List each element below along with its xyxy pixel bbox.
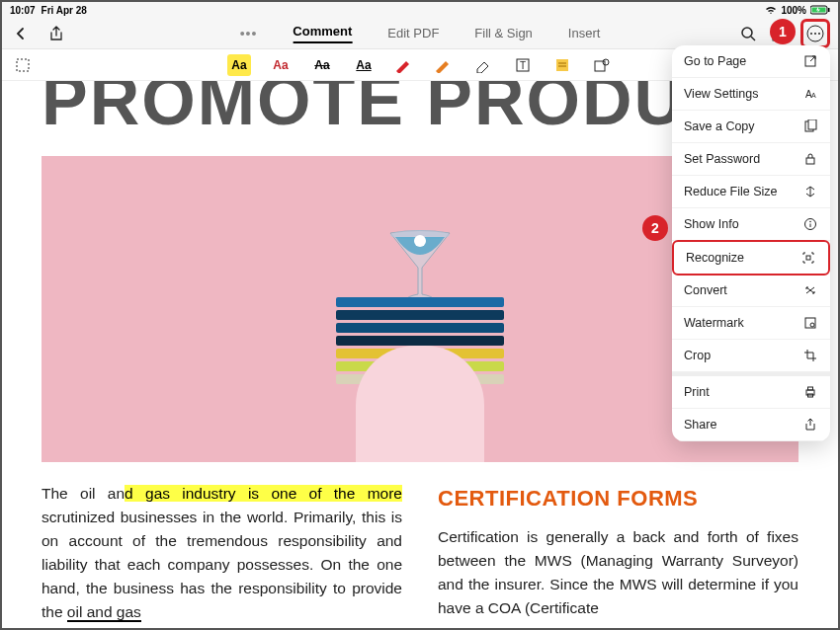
menu-item-label: Crop	[684, 349, 711, 362]
underline-tool[interactable]: Aa	[352, 54, 376, 76]
menu-item-share[interactable]: Share	[672, 409, 830, 441]
menu-item-crop[interactable]: Crop	[672, 340, 830, 372]
search-icon[interactable]	[737, 23, 759, 44]
menu-item-label: Convert	[684, 283, 727, 297]
selection-tool[interactable]	[12, 54, 34, 76]
callout-badge-2: 2	[642, 215, 668, 241]
svg-point-7	[810, 33, 812, 35]
svg-point-9	[818, 33, 820, 35]
pen-red-tool[interactable]	[393, 54, 415, 76]
battery-pct: 100%	[781, 5, 806, 16]
lock-icon	[802, 151, 818, 167]
menu-item-view-settings[interactable]: View SettingsAA	[672, 78, 830, 111]
menu-item-convert[interactable]: Convert	[672, 275, 830, 307]
menu-item-set-password[interactable]: Set Password	[672, 143, 830, 176]
svg-rect-22	[808, 119, 816, 129]
menu-item-label: Watermark	[684, 316, 744, 330]
menu-item-label: View Settings	[684, 87, 759, 101]
svg-text:T: T	[520, 60, 526, 71]
menu-item-watermark[interactable]: Watermark	[672, 307, 830, 340]
svg-point-28	[810, 323, 814, 327]
tab-comment[interactable]: Comment	[293, 24, 352, 43]
svg-rect-26	[806, 256, 810, 260]
more-menu-button[interactable]	[804, 23, 826, 44]
battery-icon	[810, 5, 830, 15]
status-bar: 10:07 Fri Apr 28 100%	[2, 2, 838, 18]
menu-item-recognize[interactable]: Recognize	[672, 240, 830, 276]
menu-item-reduce-file-size[interactable]: Reduce File Size	[672, 176, 830, 208]
view-icon: AA	[802, 86, 818, 102]
svg-rect-2	[828, 8, 830, 12]
svg-text:A: A	[811, 92, 816, 99]
menu-item-save-a-copy[interactable]: Save a Copy	[672, 111, 830, 143]
tab-edit-pdf[interactable]: Edit PDF	[387, 26, 439, 40]
menu-item-label: Share	[684, 418, 716, 432]
strikeout-tool[interactable]: Aa	[310, 54, 334, 76]
recognize-icon	[800, 250, 816, 266]
menu-item-label: Reduce File Size	[684, 185, 778, 198]
column-2-heading: CERTIFICATION FORMS	[438, 482, 798, 515]
menu-item-label: Show Info	[684, 217, 739, 231]
svg-rect-30	[808, 387, 813, 390]
wifi-icon	[765, 5, 777, 15]
watermark-icon	[802, 315, 818, 331]
ellipsis-top-icon[interactable]: •••	[240, 26, 258, 41]
status-date: Fri Apr 28	[42, 5, 87, 16]
martini-glass-icon	[385, 223, 455, 302]
highlight-tool[interactable]: Aa	[227, 54, 251, 76]
svg-point-3	[742, 28, 752, 38]
svg-point-25	[809, 221, 811, 223]
svg-rect-10	[17, 59, 29, 71]
save-icon	[802, 118, 818, 134]
textbox-tool[interactable]: T	[512, 54, 534, 76]
svg-rect-13	[556, 59, 568, 71]
reduce-icon	[802, 184, 818, 199]
pen-orange-tool[interactable]	[433, 54, 455, 76]
convert-icon	[802, 282, 818, 298]
menu-item-label: Go to Page	[684, 54, 746, 68]
stamp-tool[interactable]	[591, 54, 613, 76]
menu-item-label: Save a Copy	[684, 119, 755, 133]
svg-point-8	[814, 33, 816, 35]
tab-insert[interactable]: Insert	[568, 26, 601, 40]
svg-point-17	[414, 235, 426, 247]
menu-item-show-info[interactable]: Show Info	[672, 208, 830, 241]
callout-1-ring	[800, 19, 830, 48]
crop-icon	[802, 348, 818, 363]
menu-item-label: Recognize	[686, 251, 744, 265]
goto-icon	[802, 53, 818, 69]
menu-item-label: Set Password	[684, 152, 760, 166]
menu-item-label: Print	[684, 385, 710, 399]
info-icon	[802, 216, 818, 232]
eraser-tool[interactable]	[472, 54, 494, 76]
note-tool[interactable]	[551, 54, 573, 76]
squiggly-tool[interactable]: Aa	[269, 54, 293, 76]
hand-graphic	[356, 346, 484, 462]
column-1-text: The oil and gas industry is one of the m…	[42, 482, 402, 624]
print-icon	[802, 384, 818, 400]
menu-item-go-to-page[interactable]: Go to Page	[672, 45, 830, 78]
back-button[interactable]	[10, 23, 32, 44]
menu-item-print[interactable]: Print	[672, 372, 830, 409]
share-button[interactable]	[45, 23, 67, 44]
more-options-menu: Go to PageView SettingsAASave a CopySet …	[672, 45, 830, 441]
callout-badge-1: 1	[770, 19, 796, 44]
svg-point-15	[603, 59, 609, 65]
column-2-text: Certification is generally a back and fo…	[438, 525, 798, 620]
status-time: 10:07	[10, 5, 36, 16]
tab-fill-sign[interactable]: Fill & Sign	[474, 26, 533, 40]
share-icon	[802, 417, 818, 433]
svg-rect-23	[806, 158, 814, 164]
